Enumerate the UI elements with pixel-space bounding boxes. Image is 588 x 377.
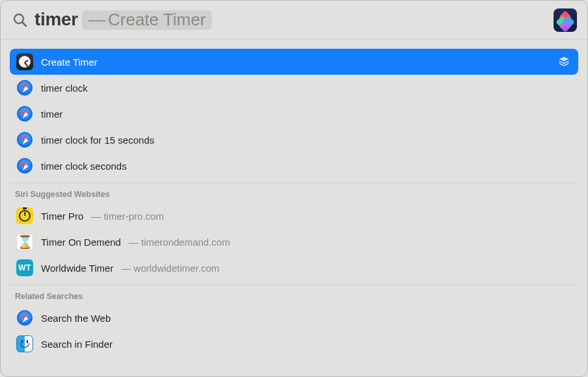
result-row[interactable]: Search the Web bbox=[10, 305, 578, 331]
section-header: Siri Suggested Websites bbox=[10, 183, 578, 203]
section-header: Related Searches bbox=[10, 285, 578, 305]
finder-icon bbox=[16, 335, 33, 352]
dash: — bbox=[88, 11, 105, 28]
result-row[interactable]: timer clock for 15 seconds bbox=[10, 127, 578, 153]
search-query: timer bbox=[34, 10, 78, 29]
result-row[interactable]: WT Worldwide Timer — worldwidetimer.com bbox=[10, 255, 578, 281]
search-suggestion: Create Timer bbox=[108, 11, 206, 28]
search-bar[interactable]: timer — Create Timer bbox=[1, 1, 587, 40]
result-sublabel: — worldwidetimer.com bbox=[121, 263, 219, 274]
result-label: timer clock for 15 seconds bbox=[41, 135, 154, 146]
result-row[interactable]: timer clock bbox=[10, 75, 578, 101]
result-row[interactable]: Create Timer bbox=[10, 49, 578, 75]
result-sublabel: — timerondemand.com bbox=[129, 237, 230, 248]
search-icon bbox=[12, 12, 28, 28]
result-row[interactable]: Search in Finder bbox=[10, 331, 578, 357]
hourglass-icon: ⌛ bbox=[16, 233, 33, 250]
search-query-wrap[interactable]: timer — Create Timer bbox=[34, 10, 212, 30]
search-suggestion-chip[interactable]: — Create Timer bbox=[82, 10, 212, 30]
clock-icon bbox=[16, 53, 33, 70]
result-row[interactable]: timer bbox=[10, 101, 578, 127]
safari-icon bbox=[16, 131, 33, 148]
results-list: Create Timer timer clock timer timer clo… bbox=[1, 40, 587, 376]
shortcuts-app-icon bbox=[554, 8, 577, 32]
result-sublabel: — timer-pro.com bbox=[91, 211, 164, 222]
result-label: timer clock bbox=[41, 83, 88, 94]
result-label: Create Timer bbox=[41, 57, 98, 68]
result-label: Search in Finder bbox=[41, 339, 113, 350]
result-label: Search the Web bbox=[41, 313, 111, 324]
result-row[interactable]: Timer Pro — timer-pro.com bbox=[10, 203, 578, 229]
result-label: timer clock seconds bbox=[41, 161, 127, 172]
result-label: Timer On Demend bbox=[41, 237, 121, 248]
safari-icon bbox=[16, 105, 33, 122]
safari-icon bbox=[16, 157, 33, 174]
result-row[interactable]: ⌛ Timer On Demend — timerondemand.com bbox=[10, 229, 578, 255]
stopwatch-icon bbox=[16, 207, 33, 224]
safari-icon bbox=[16, 79, 33, 96]
result-label: timer bbox=[41, 109, 62, 120]
worldwide-timer-icon: WT bbox=[16, 259, 33, 276]
stack-icon bbox=[557, 55, 570, 68]
safari-icon bbox=[16, 309, 33, 326]
result-row[interactable]: timer clock seconds bbox=[10, 153, 578, 179]
result-label: Timer Pro bbox=[41, 211, 83, 222]
svg-line-1 bbox=[22, 22, 26, 26]
result-label: Worldwide Timer bbox=[41, 263, 113, 274]
